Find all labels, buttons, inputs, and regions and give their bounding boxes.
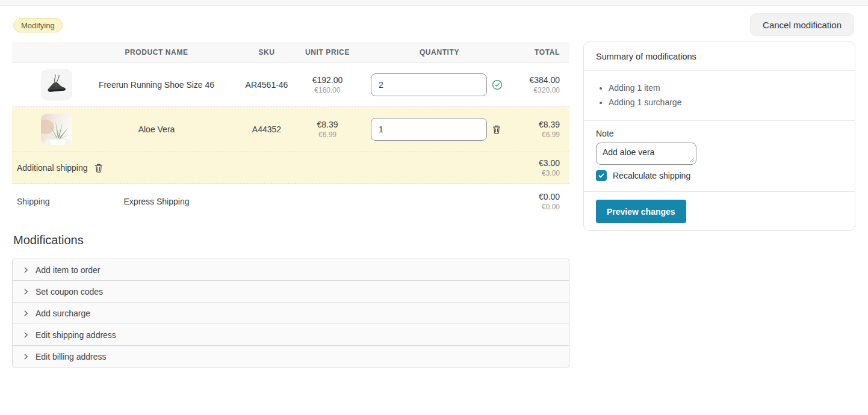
surcharge-total-original: €3.00 xyxy=(539,169,560,177)
column-unit-price: UNIT PRICE xyxy=(293,48,362,57)
top-bar xyxy=(0,0,868,6)
unit-price-original: €6.99 xyxy=(293,131,362,139)
order-items-section: PRODUCT NAME SKU UNIT PRICE QUANTITY TOT… xyxy=(12,42,569,367)
checkbox-checked-icon[interactable] xyxy=(596,170,607,181)
accordion-label: Add item to order xyxy=(36,265,100,275)
product-image-shoe xyxy=(41,69,72,100)
table-row-shipping: Shipping Express Shipping €0.00 €0.00 xyxy=(12,184,569,218)
product-image-aloe xyxy=(41,114,72,145)
accordion-label: Set coupon codes xyxy=(36,287,103,297)
accordion-add-surcharge[interactable]: Add surcharge xyxy=(12,302,569,324)
accordion-label: Edit shipping address xyxy=(36,330,116,340)
shipping-label: Shipping xyxy=(12,197,72,206)
summary-bullet: Adding 1 item xyxy=(609,81,843,95)
chevron-right-icon xyxy=(22,310,29,317)
column-total: TOTAL xyxy=(516,48,569,57)
status-badge: Modifying xyxy=(13,18,63,32)
accordion-add-item-to-order[interactable]: Add item to order xyxy=(12,259,569,281)
running-shoe-illustration xyxy=(41,69,72,100)
table-row-additional-shipping: Additional shipping €3.00 €3.00 xyxy=(12,152,569,184)
accordion-set-coupon-codes[interactable]: Set coupon codes xyxy=(12,280,569,303)
chevron-right-icon xyxy=(22,331,29,339)
summary-bullet-list: Adding 1 item Adding 1 surcharge xyxy=(584,71,855,120)
chevron-right-icon xyxy=(22,288,29,295)
column-quantity: QUANTITY xyxy=(362,48,516,57)
surcharge-total: €3.00 xyxy=(539,158,560,168)
table-row-aloe-vera: Aloe Vera A44352 €8.39 €6.99 €8.39 €6.99 xyxy=(12,107,569,152)
summary-bullet: Adding 1 surcharge xyxy=(609,95,843,109)
product-sku: AR4561-46 xyxy=(241,80,293,90)
product-name: Aloe Vera xyxy=(72,124,241,134)
unit-price-original: €160.00 xyxy=(293,86,362,94)
aloe-vera-illustration xyxy=(41,114,72,145)
summary-panel: Summary of modifications Adding 1 item A… xyxy=(583,42,855,231)
quantity-input[interactable] xyxy=(371,118,487,141)
line-total-original: €6.99 xyxy=(516,131,560,139)
line-total-original: €320.00 xyxy=(516,86,560,94)
preview-changes-button[interactable]: Preview changes xyxy=(596,200,686,223)
accordion-label: Add surcharge xyxy=(36,309,90,318)
shipping-total: €0.00 xyxy=(516,192,560,201)
recalculate-shipping-checkbox-row[interactable]: Recalculate shipping xyxy=(596,170,843,181)
cancel-modification-button[interactable]: Cancel modification xyxy=(750,13,854,36)
unit-price: €192.00 xyxy=(293,75,362,85)
recalculate-shipping-label: Recalculate shipping xyxy=(613,171,690,180)
summary-title: Summary of modifications xyxy=(584,42,855,70)
product-sku: A44352 xyxy=(241,124,293,134)
surcharge-label: Additional shipping xyxy=(12,163,88,173)
modifications-heading: Modifications xyxy=(12,233,569,247)
product-name: Freerun Running Shoe Size 46 xyxy=(72,80,241,90)
accordion-label: Edit billing address xyxy=(36,352,107,361)
accordion-edit-shipping-address[interactable]: Edit shipping address xyxy=(12,324,569,346)
chevron-right-icon xyxy=(22,266,29,274)
table-header-row: PRODUCT NAME SKU UNIT PRICE QUANTITY TOT… xyxy=(12,42,569,63)
line-total: €8.39 xyxy=(516,120,560,129)
accordion-edit-billing-address[interactable]: Edit billing address xyxy=(12,345,569,367)
remove-item-trash-icon[interactable] xyxy=(492,124,501,135)
shipping-total-original: €0.00 xyxy=(516,203,560,211)
table-row-shoe: Freerun Running Shoe Size 46 AR4561-46 €… xyxy=(12,63,569,107)
quantity-valid-check-icon xyxy=(492,79,503,90)
quantity-input[interactable] xyxy=(371,73,487,96)
note-label: Note xyxy=(596,129,843,138)
note-textarea[interactable]: Add aloe vera xyxy=(596,143,696,165)
unit-price: €8.39 xyxy=(293,120,362,129)
remove-surcharge-trash-icon[interactable] xyxy=(94,163,104,173)
modifications-accordion: Add item to order Set coupon codes Add s… xyxy=(12,259,569,367)
shipping-method: Express Shipping xyxy=(72,197,241,206)
line-total: €384.00 xyxy=(516,75,560,85)
column-sku: SKU xyxy=(241,48,293,57)
column-product-name: PRODUCT NAME xyxy=(72,48,241,57)
chevron-right-icon xyxy=(22,353,29,360)
